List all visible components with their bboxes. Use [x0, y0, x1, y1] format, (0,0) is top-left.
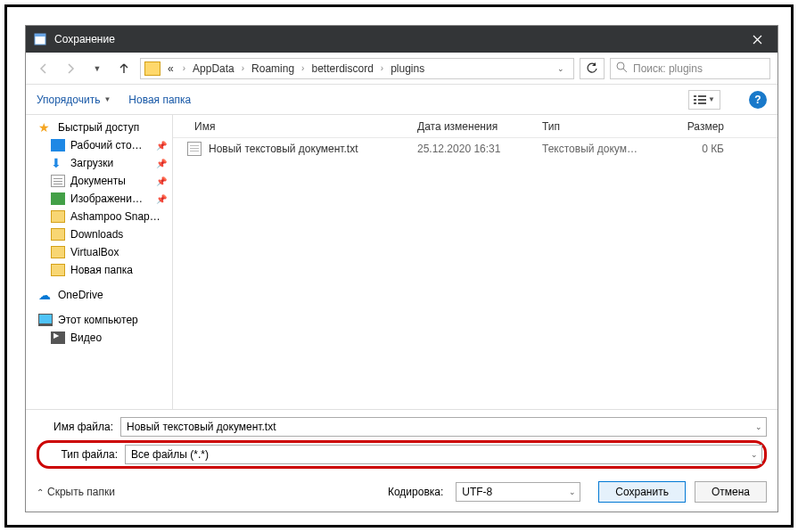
help-button[interactable]: ? [749, 91, 767, 109]
sidebar-item-video[interactable]: Видео [26, 329, 172, 347]
pin-icon: 📌 [156, 141, 167, 151]
nav-row: ▼ « › AppData › Roaming › betterdiscord … [26, 53, 777, 85]
chevron-down-icon[interactable]: ⌄ [569, 487, 576, 496]
chevron-down-icon[interactable]: ⌄ [755, 422, 762, 431]
svg-rect-8 [698, 102, 706, 104]
breadcrumb-seg[interactable]: Roaming [250, 62, 296, 75]
breadcrumb-seg[interactable]: plugins [389, 62, 426, 75]
svg-rect-4 [698, 95, 706, 97]
sidebar-item-desktop[interactable]: Рабочий сто…📌 [26, 136, 172, 154]
refresh-button[interactable] [580, 58, 605, 79]
file-area: Имя Дата изменения Тип Размер Новый текс… [173, 115, 777, 409]
breadcrumb-seg[interactable]: betterdiscord [309, 62, 374, 75]
sidebar-item-ashampoo[interactable]: Ashampoo Snap… [26, 208, 172, 225]
recent-dropdown[interactable]: ▼ [86, 58, 108, 79]
sidebar-item-documents[interactable]: Документы📌 [26, 172, 172, 190]
chevron-down-icon[interactable]: ⌄ [751, 450, 758, 459]
up-button[interactable] [113, 58, 135, 79]
filename-label: Имя файла: [37, 421, 120, 433]
star-icon: ★ [38, 121, 53, 134]
search-input[interactable]: Поиск: plugins [610, 58, 770, 79]
sidebar-item-downloads-folder[interactable]: Downloads [26, 225, 172, 243]
file-size: 0 КБ [660, 143, 731, 155]
onedrive-icon: ☁ [38, 289, 53, 301]
new-folder-button[interactable]: Новая папка [128, 94, 191, 106]
pictures-icon [51, 192, 65, 205]
documents-icon [51, 175, 65, 187]
folder-icon [51, 228, 65, 241]
filename-input[interactable]: Новый текстовый документ.txt⌄ [120, 417, 767, 437]
filetype-select[interactable]: Все файлы (*.*)⌄ [125, 445, 762, 464]
toolbar: Упорядочить▼ Новая папка ▼ ? [26, 85, 777, 115]
chevron-right-icon: › [236, 63, 250, 73]
notepad-icon [33, 32, 47, 46]
folder-icon [51, 264, 65, 276]
highlight-annotation: Тип файла: Все файлы (*.*)⌄ [37, 440, 767, 469]
svg-rect-1 [35, 34, 45, 37]
chevron-right-icon: › [177, 63, 191, 73]
back-button[interactable] [33, 58, 54, 79]
folder-icon [51, 210, 65, 223]
dialog-title: Сохранение [54, 33, 737, 45]
chevron-right-icon: › [296, 63, 309, 73]
column-headers[interactable]: Имя Дата изменения Тип Размер [173, 115, 777, 138]
sidebar: ★Быстрый доступ Рабочий сто…📌 ⬇Загрузки📌… [26, 115, 173, 409]
file-name: Новый текстовый документ.txt [209, 143, 410, 155]
sidebar-item-virtualbox[interactable]: VirtualBox [26, 243, 172, 261]
pc-icon [38, 314, 53, 326]
breadcrumb-dropdown[interactable]: ⌄ [550, 64, 572, 73]
video-icon [51, 331, 65, 344]
svg-rect-7 [694, 102, 696, 104]
file-row[interactable]: Новый текстовый документ.txt 25.12.2020 … [173, 138, 777, 160]
sidebar-item-this-pc[interactable]: Этот компьютер [26, 311, 172, 329]
forward-button[interactable] [60, 58, 81, 79]
encoding-select[interactable]: UTF-8⌄ [456, 482, 580, 502]
file-type: Текстовый докум… [535, 143, 660, 155]
file-date: 25.12.2020 16:31 [410, 143, 535, 155]
pin-icon: 📌 [156, 194, 167, 204]
folder-icon [51, 246, 65, 258]
save-dialog: Сохранение ▼ « › AppData › Roaming › bet… [25, 25, 778, 512]
svg-point-2 [617, 62, 624, 70]
download-icon: ⬇ [51, 157, 65, 169]
text-file-icon [187, 142, 202, 156]
column-date[interactable]: Дата изменения [410, 120, 535, 133]
column-type[interactable]: Тип [535, 120, 660, 133]
search-icon [616, 61, 628, 76]
pin-icon: 📌 [156, 176, 167, 186]
svg-rect-5 [694, 99, 696, 101]
titlebar: Сохранение [26, 26, 777, 53]
search-placeholder: Поиск: plugins [633, 62, 703, 75]
svg-rect-6 [698, 99, 706, 101]
sidebar-item-onedrive[interactable]: ☁OneDrive [26, 286, 172, 304]
folder-icon [144, 61, 160, 76]
filetype-label: Тип файла: [41, 448, 125, 461]
view-button[interactable]: ▼ [688, 90, 720, 110]
desktop-icon [51, 139, 65, 151]
hide-folders-button[interactable]: ⌃ Скрыть папки [37, 486, 115, 498]
sidebar-item-downloads[interactable]: ⬇Загрузки📌 [26, 154, 172, 172]
breadcrumb-seg[interactable]: AppData [191, 62, 236, 75]
organize-button[interactable]: Упорядочить▼ [37, 94, 111, 106]
chevron-right-icon: › [375, 63, 389, 73]
pin-icon: 📌 [156, 159, 167, 168]
chevron-up-icon: ⌃ [37, 487, 44, 497]
sidebar-item-quick-access[interactable]: ★Быстрый доступ [26, 119, 172, 136]
svg-rect-3 [694, 95, 696, 97]
sidebar-item-pictures[interactable]: Изображени…📌 [26, 190, 172, 208]
bottom-panel: Имя файла: Новый текстовый документ.txt⌄… [26, 409, 777, 512]
column-name[interactable]: Имя [187, 120, 410, 133]
close-button[interactable] [737, 26, 777, 53]
encoding-label: Кодировка: [388, 486, 443, 498]
column-size[interactable]: Размер [660, 120, 731, 133]
sidebar-item-new-folder[interactable]: Новая папка [26, 261, 172, 279]
cancel-button[interactable]: Отмена [695, 481, 767, 503]
breadcrumb[interactable]: « › AppData › Roaming › betterdiscord › … [140, 58, 574, 79]
save-button[interactable]: Сохранить [598, 481, 686, 503]
breadcrumb-overflow[interactable]: « [164, 62, 177, 75]
